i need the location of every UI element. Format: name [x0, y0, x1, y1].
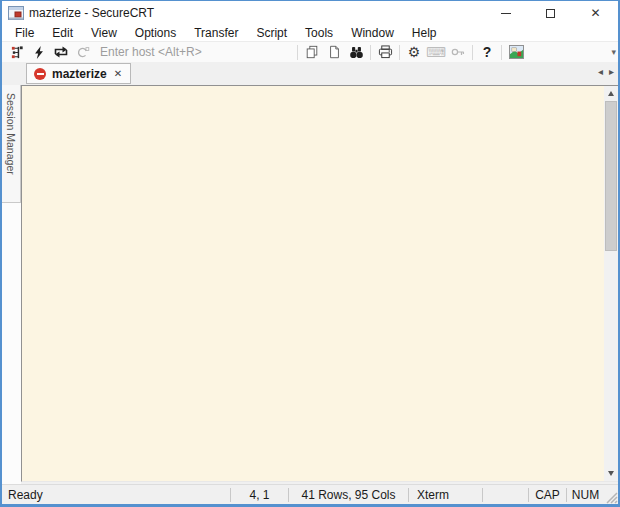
status-spacer	[482, 488, 528, 502]
copy-button[interactable]	[301, 43, 323, 62]
session-manager-label: Session Manager	[5, 93, 17, 175]
tab-label: mazterize	[52, 67, 107, 81]
terminal-screen[interactable]	[22, 86, 604, 481]
keyboard-icon: ⌨	[426, 45, 446, 59]
reconnect-button[interactable]	[50, 43, 72, 62]
scroll-up-button[interactable]	[604, 86, 618, 101]
toolbar-overflow-icon[interactable]: ▾	[611, 47, 616, 57]
session-manager-button[interactable]	[6, 43, 28, 62]
help-button[interactable]: ?	[476, 43, 498, 62]
terminal-dimensions: 41 Rows, 95 Cols	[288, 488, 408, 502]
copy-icon	[305, 45, 319, 59]
paste-button[interactable]	[323, 43, 345, 62]
vertical-scrollbar	[604, 86, 618, 481]
terminal-frame	[21, 85, 618, 482]
minimize-icon	[501, 13, 511, 14]
disconnect-button[interactable]	[72, 43, 94, 62]
emulation-type: Xterm	[408, 488, 482, 502]
menu-bar: File Edit View Options Transfer Script T…	[2, 25, 618, 41]
status-bar: Ready 4, 1 41 Rows, 95 Cols Xterm CAP NU…	[2, 484, 618, 504]
maximize-icon	[546, 9, 555, 18]
session-options-button[interactable]: ⚙	[403, 43, 425, 62]
caps-lock-indicator: CAP	[528, 488, 566, 502]
printer-icon	[378, 45, 393, 59]
print-button[interactable]	[374, 43, 396, 62]
close-button[interactable]: ✕	[573, 1, 618, 25]
lightning-icon	[32, 45, 46, 60]
paste-icon	[328, 45, 341, 59]
minimize-button[interactable]	[483, 1, 528, 25]
find-button[interactable]	[345, 43, 367, 62]
toolbar-separator	[370, 45, 371, 60]
tab-scroll-arrows: ◂ ▸	[598, 66, 614, 77]
num-lock-indicator: NUM	[566, 488, 604, 502]
window-controls: ✕	[483, 1, 618, 25]
window-title: mazterize - SecureCRT	[29, 6, 154, 20]
session-manager-side-tab[interactable]: Session Manager	[2, 85, 21, 203]
keyboard-interactive-button[interactable]: ⌨	[425, 43, 447, 62]
help-icon: ?	[483, 45, 492, 59]
session-tab-mazterize[interactable]: mazterize ✕	[26, 63, 131, 84]
content-area: Session Manager	[2, 85, 618, 484]
toolbar-separator	[501, 45, 502, 60]
web-picture-icon	[509, 45, 524, 59]
reconnect-arrows-icon	[53, 45, 69, 59]
resize-grip[interactable]	[604, 485, 618, 504]
title-bar: mazterize - SecureCRT ✕	[2, 1, 618, 25]
menu-file[interactable]: File	[6, 25, 43, 41]
menu-transfer[interactable]: Transfer	[185, 25, 247, 41]
tab-scroll-left-button[interactable]: ◂	[598, 66, 603, 77]
menu-options[interactable]: Options	[126, 25, 185, 41]
binoculars-icon	[349, 46, 364, 59]
quick-connect-button[interactable]	[28, 43, 50, 62]
toolbar: ⚙ ⌨ ?	[2, 41, 618, 62]
securecrt-window: mazterize - SecureCRT ✕ File Edit View O…	[0, 0, 620, 507]
status-message: Ready	[2, 488, 230, 502]
disconnected-status-icon	[34, 68, 46, 80]
arrow-down-icon	[608, 471, 614, 476]
arrow-up-icon	[608, 91, 614, 96]
disconnect-icon	[77, 46, 90, 59]
scrollbar-thumb[interactable]	[605, 101, 617, 251]
side-rail: Session Manager	[2, 85, 21, 484]
web-button[interactable]	[505, 43, 527, 62]
gear-icon: ⚙	[408, 45, 421, 59]
session-tree-icon	[10, 45, 25, 60]
tab-scroll-right-button[interactable]: ▸	[609, 66, 614, 77]
tab-bar: mazterize ✕ ◂ ▸	[2, 62, 618, 85]
menu-script[interactable]: Script	[247, 25, 296, 41]
key-agent-button[interactable]	[447, 43, 469, 62]
key-icon	[451, 46, 465, 58]
app-icon	[8, 5, 24, 21]
toolbar-separator	[472, 45, 473, 60]
host-input[interactable]	[100, 45, 218, 59]
menu-edit[interactable]: Edit	[43, 25, 82, 41]
menu-help[interactable]: Help	[403, 25, 446, 41]
tab-close-button[interactable]: ✕	[113, 68, 123, 79]
cursor-position: 4, 1	[230, 488, 288, 502]
menu-window[interactable]: Window	[342, 25, 403, 41]
maximize-button[interactable]	[528, 1, 573, 25]
scrollbar-track[interactable]	[604, 251, 618, 466]
scroll-down-button[interactable]	[604, 466, 618, 481]
toolbar-separator	[399, 45, 400, 60]
toolbar-separator	[297, 45, 298, 60]
close-icon: ✕	[590, 7, 600, 19]
menu-view[interactable]: View	[82, 25, 126, 41]
menu-tools[interactable]: Tools	[296, 25, 342, 41]
